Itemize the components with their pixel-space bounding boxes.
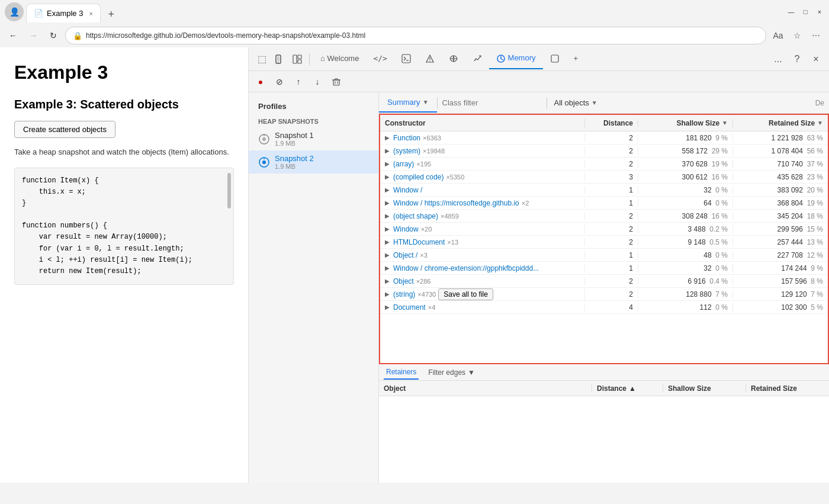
- close-button[interactable]: ×: [815, 7, 824, 17]
- expand-icon-5[interactable]: ▶: [385, 200, 390, 206]
- snapshot-2-item[interactable]: Snapshot 2 1.9 MB: [249, 150, 378, 174]
- minimize-button[interactable]: —: [786, 7, 796, 17]
- table-row[interactable]: ▶ (object shape) ×4859 2 308 248 16 % 34…: [380, 210, 828, 223]
- more-button[interactable]: ⋯: [808, 27, 824, 44]
- page-content: Example 3 Example 3: Scattered objects C…: [0, 47, 249, 483]
- tab-memory[interactable]: Memory: [489, 49, 543, 69]
- more-tools-button[interactable]: ...: [770, 51, 786, 68]
- row-retained-10: 174 244 9 %: [733, 264, 828, 272]
- new-tab-button[interactable]: +: [103, 6, 120, 23]
- table-row[interactable]: ▶ Window / https://microsoftedge.github.…: [380, 197, 828, 210]
- code-scrollbar[interactable]: [227, 173, 231, 208]
- table-row[interactable]: ▶ Window / chrome-extension://gpphkfbcpi…: [380, 262, 828, 275]
- refresh-button[interactable]: ↻: [45, 27, 62, 44]
- retainers-section: Retainers Filter edges ▼ Object Distance…: [379, 364, 829, 483]
- page-description: Take a heap snapshot and watch the objec…: [14, 146, 234, 158]
- expand-icon-3[interactable]: ▶: [385, 174, 390, 180]
- table-row[interactable]: ▶ Object ×286 2 6 916 0.4 % 157 596 8 %: [380, 275, 828, 288]
- distance-sort-icon: ▲: [629, 384, 636, 393]
- row-distance-12: 2: [585, 290, 638, 298]
- devtools-help-button[interactable]: ?: [789, 51, 805, 68]
- tab-close-button[interactable]: ×: [89, 10, 92, 17]
- expand-icon-9[interactable]: ▶: [385, 252, 390, 258]
- save-all-to-file-button[interactable]: Save all to file: [438, 288, 493, 300]
- expand-icon-8[interactable]: ▶: [385, 239, 390, 245]
- retained-sort-icon: ▼: [817, 120, 823, 126]
- tab-add[interactable]: +: [567, 49, 586, 69]
- table-row[interactable]: ▶ Object / ×3 1 48 0 % 227 708 12 %: [380, 249, 828, 262]
- expand-icon-10[interactable]: ▶: [385, 265, 390, 271]
- tab-performance[interactable]: [465, 49, 489, 69]
- tab-network[interactable]: [442, 49, 465, 69]
- row-retained-13: 102 300 5 %: [733, 303, 828, 312]
- profile-avatar[interactable]: 👤: [5, 2, 24, 21]
- row-distance-1: 2: [585, 147, 638, 155]
- snapshot-1-item[interactable]: Snapshot 1 1.9 MB: [249, 127, 378, 150]
- table-row[interactable]: ▶ Window ×20 2 3 488 0.2 % 299 596 15 %: [380, 223, 828, 236]
- expand-icon-2[interactable]: ▶: [385, 160, 390, 167]
- row-retained-3: 435 628 23 %: [733, 173, 828, 181]
- device-tool-button[interactable]: [271, 51, 288, 68]
- snapshot-1-size: 1.9 MB: [275, 140, 314, 147]
- maximize-button[interactable]: □: [801, 7, 810, 17]
- layout-tool-button[interactable]: [289, 51, 306, 68]
- retained-column-header[interactable]: Retained Size ▼: [733, 119, 828, 127]
- table-row[interactable]: ▶ HTMLDocument ×13 2 9 148 0.5 % 257 444…: [380, 236, 828, 249]
- ret-distance-col[interactable]: Distance ▲: [592, 384, 663, 393]
- row-constructor-11: ▶ Object ×286: [380, 277, 585, 285]
- lock-icon: 🔒: [73, 31, 82, 40]
- expand-icon-13[interactable]: ▶: [385, 304, 390, 310]
- back-button[interactable]: ←: [5, 27, 21, 44]
- class-filter-input[interactable]: [438, 96, 547, 110]
- expand-icon-11[interactable]: ▶: [385, 278, 390, 284]
- row-shallow-2: 370 628 19 %: [638, 160, 733, 168]
- snapshot-2-name: Snapshot 2: [275, 154, 314, 163]
- devtools-nav-tabs: ⌂ Welcome </>: [313, 49, 769, 69]
- row-distance-2: 2: [585, 160, 638, 168]
- table-row[interactable]: ▶ Window / 1 32 0 % 383 092 20 %: [380, 184, 828, 197]
- table-row[interactable]: ▶ (array) ×195 2 370 628 19 % 710 740 37…: [380, 158, 828, 171]
- all-objects-dropdown-arrow[interactable]: ▼: [592, 99, 597, 106]
- tab-console[interactable]: [394, 49, 418, 69]
- forward-button[interactable]: →: [25, 27, 41, 44]
- tab-welcome[interactable]: ⌂ Welcome: [313, 49, 366, 69]
- upload-profile-button[interactable]: ↑: [291, 75, 306, 89]
- expand-icon-0[interactable]: ▶: [385, 134, 390, 141]
- download-profile-button[interactable]: ↓: [310, 75, 324, 89]
- devtools-close-button[interactable]: ×: [808, 51, 824, 68]
- read-aloud-button[interactable]: Aa: [770, 27, 786, 44]
- browser-tab-active[interactable]: 📄 Example 3 ×: [26, 4, 101, 23]
- tab-application[interactable]: [543, 49, 567, 69]
- shallow-column-header[interactable]: Shallow Size ▼: [638, 119, 733, 127]
- tab-elements[interactable]: </>: [366, 49, 394, 69]
- row-constructor-4: ▶ Window /: [380, 186, 585, 194]
- application-icon: [550, 54, 560, 63]
- row-shallow-13: 112 0 %: [638, 303, 733, 312]
- expand-icon-12[interactable]: ▶: [385, 291, 390, 297]
- expand-icon-1[interactable]: ▶: [385, 147, 390, 154]
- expand-icon-4[interactable]: ▶: [385, 187, 390, 193]
- table-row[interactable]: ▶ (system) ×19848 2 558 172 29 % 1 078 4…: [380, 145, 828, 158]
- inspect-tool-button[interactable]: ⬚: [253, 51, 270, 68]
- collect-garbage-button[interactable]: [329, 75, 343, 89]
- favorites-button[interactable]: ☆: [789, 27, 805, 44]
- memory-icon: [496, 54, 506, 63]
- record-heap-button[interactable]: ●: [253, 75, 268, 89]
- table-row[interactable]: ▶ Function ×6363 2 181 820 9 % 1 221 928…: [380, 131, 828, 145]
- expand-icon-6[interactable]: ▶: [385, 213, 390, 219]
- url-bar[interactable]: 🔒 https://microsoftedge.github.io/Demos/…: [65, 27, 766, 44]
- clear-profiles-button[interactable]: ⊘: [272, 75, 287, 89]
- code-content: function Item(x) { this.x = x; } functio…: [22, 175, 226, 278]
- de-label: De: [815, 99, 824, 107]
- table-row[interactable]: ▶ (string) ×4730 Save all to file 2 128 …: [380, 288, 828, 301]
- table-row[interactable]: ▶ (compiled code) ×5350 3 300 612 16 % 4…: [380, 171, 828, 184]
- create-scattered-objects-button[interactable]: Create scattered objects: [14, 121, 115, 138]
- retainers-tab[interactable]: Retainers: [384, 365, 419, 380]
- tab-summary[interactable]: Summary ▼: [379, 93, 437, 113]
- expand-icon-7[interactable]: ▶: [385, 226, 390, 232]
- table-row[interactable]: ▶ Document ×4 4 112 0 % 102 300 5 %: [380, 301, 828, 314]
- summary-dropdown-arrow[interactable]: ▼: [423, 99, 429, 105]
- tab-favicon: 📄: [34, 9, 43, 18]
- tab-sources[interactable]: [418, 49, 442, 69]
- filter-edges-button[interactable]: Filter edges ▼: [428, 368, 475, 377]
